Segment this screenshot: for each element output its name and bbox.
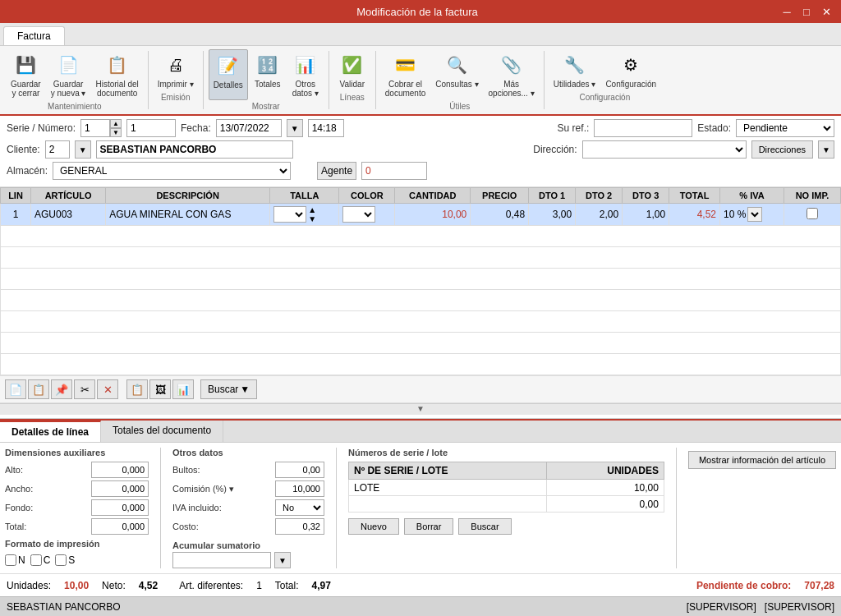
serie-input[interactable] <box>80 119 110 137</box>
numero-input[interactable] <box>126 119 176 137</box>
serie-up-btn[interactable]: ▲ <box>110 119 122 128</box>
mas-opciones-button[interactable]: 📎 Másopciones... ▾ <box>485 49 539 100</box>
format-c-check[interactable] <box>30 554 42 566</box>
cliente-dropdown-btn[interactable]: ▼ <box>75 140 91 159</box>
group-lineas-label: Líneas <box>340 93 365 102</box>
tab-factura[interactable]: Factura <box>3 26 65 45</box>
cobrar-label: Cobrar eldocumento <box>385 80 425 98</box>
cliente-name-input[interactable] <box>96 140 293 159</box>
row-costo: Costo: <box>172 518 324 535</box>
iva-dropdown[interactable] <box>747 207 762 222</box>
fecha-picker-btn[interactable]: ▼ <box>287 119 303 137</box>
imprimir-button[interactable]: 🖨 Imprimir ▾ <box>154 49 198 91</box>
color-dropdown[interactable] <box>342 206 375 223</box>
cell-articulo[interactable]: AGU003 <box>31 204 106 226</box>
serie-table-header: Nº DE SERIE / LOTE UNIDADES <box>349 462 664 480</box>
close-button[interactable]: ✕ <box>818 3 834 20</box>
validar-button[interactable]: ✅ Validar <box>334 49 370 91</box>
cell-descripcion[interactable]: AGUA MINERAL CON GAS <box>106 204 270 226</box>
costo-input[interactable] <box>275 518 324 535</box>
cell-noimp[interactable] <box>784 204 841 226</box>
buscar-btn[interactable]: Buscar ▼ <box>200 379 257 399</box>
noimp-checkbox[interactable] <box>807 208 818 219</box>
almacen-select[interactable]: GENERAL <box>53 162 291 180</box>
bultos-input[interactable] <box>275 462 324 478</box>
estado-select[interactable]: Pendiente <box>736 119 834 137</box>
historial-button[interactable]: 📋 Historial deldocumento <box>92 49 143 100</box>
tab-detalles-linea[interactable]: Detalles de línea <box>0 421 101 442</box>
accumulate-input[interactable] <box>172 552 271 568</box>
totales-button[interactable]: 🔢 Totales <box>250 49 286 100</box>
format-s-check[interactable] <box>55 554 67 566</box>
new-row-btn[interactable]: 📄 <box>5 379 26 399</box>
almacen-label: Almacén: <box>7 165 48 177</box>
form-area: Serie / Número: ▲ ▼ Fecha: ▼ Su ref.: Es… <box>0 116 841 187</box>
col-iva: % IVA <box>720 188 784 204</box>
alto-input[interactable] <box>91 462 149 478</box>
detalles-button[interactable]: 📝 Detalles <box>209 49 248 100</box>
paste-row-btn[interactable]: 📌 <box>51 379 72 399</box>
consultas-button[interactable]: 🔍 Consultas ▾ <box>431 49 482 100</box>
table-btn2[interactable]: 🖼 <box>149 379 171 399</box>
su-ref-input[interactable] <box>594 119 692 137</box>
cobrar-button[interactable]: 💳 Cobrar eldocumento <box>381 49 430 100</box>
iva-incluido-select[interactable]: No Sí <box>275 499 324 516</box>
cell-serie-1[interactable]: LOTE <box>349 480 547 496</box>
fondo-label: Fondo: <box>5 503 50 513</box>
cell-dto3[interactable]: 1,00 <box>623 204 669 226</box>
status-right: [SUPERVISOR] [SUPERVISOR] <box>687 601 834 613</box>
comision-input[interactable] <box>275 480 324 497</box>
delete-row-btn[interactable]: ✕ <box>97 379 118 399</box>
talla-dropdown[interactable] <box>273 206 306 223</box>
hora-input[interactable] <box>308 119 344 137</box>
cell-dto1[interactable]: 3,00 <box>529 204 576 226</box>
agente-btn[interactable]: Agente <box>317 162 356 180</box>
maximize-button[interactable]: □ <box>798 3 815 20</box>
configuracion-label: Configuración <box>605 80 656 89</box>
borrar-btn[interactable]: Borrar <box>404 518 454 535</box>
mostrar-info-btn[interactable]: Mostrar información del artículo <box>688 451 836 469</box>
otros-datos-button[interactable]: 📊 Otrosdatos ▾ <box>287 49 324 100</box>
table-btn3[interactable]: 📊 <box>172 379 194 399</box>
guardar-cerrar-button[interactable]: 💾 Guardary cerrar <box>7 49 45 100</box>
direccion-select[interactable] <box>582 140 747 159</box>
cell-dto2[interactable]: 2,00 <box>576 204 623 226</box>
total-footer-label: Total: <box>275 580 299 591</box>
collapse-row[interactable]: ▼ <box>0 403 841 415</box>
fondo-input[interactable] <box>91 499 149 516</box>
guardar-nueva-button[interactable]: 📄 Guardary nueva ▾ <box>47 49 90 100</box>
configuracion-button[interactable]: ⚙ Configuración <box>601 49 660 91</box>
status-bar: SEBASTIAN PANCORBO [SUPERVISOR] [SUPERVI… <box>0 596 841 616</box>
group-utiles-label: Útiles <box>449 102 470 111</box>
cliente-num-input[interactable] <box>45 140 70 159</box>
table-row[interactable]: 1 AGU003 AGUA MINERAL CON GAS ▲▼ <box>1 204 841 226</box>
direcciones-btn[interactable]: Direcciones <box>751 140 813 159</box>
mas-opciones-label: Másopciones... ▾ <box>489 80 535 98</box>
minimize-button[interactable]: ─ <box>779 3 795 20</box>
total-dim-input[interactable] <box>91 518 149 535</box>
otros-datos-icon: 📊 <box>292 52 319 78</box>
fecha-input[interactable] <box>216 119 282 137</box>
serie-down-btn[interactable]: ▼ <box>110 128 122 137</box>
cell-precio[interactable]: 0,48 <box>471 204 529 226</box>
col-dto2: DTO 2 <box>576 188 623 204</box>
copy-row-btn[interactable]: 📋 <box>28 379 49 399</box>
utilidades-button[interactable]: 🔧 Utilidades ▾ <box>549 49 600 91</box>
ancho-input[interactable] <box>91 480 149 497</box>
cell-cantidad[interactable]: 10,00 <box>395 204 471 226</box>
cell-iva[interactable]: 10 % <box>720 204 784 226</box>
section-serie-lote: Números de serie / lote Nº DE SERIE / LO… <box>348 448 664 568</box>
table-btn1[interactable]: 📋 <box>126 379 148 399</box>
accumulate-dropdown-btn[interactable]: ▼ <box>274 552 291 568</box>
validar-label: Validar <box>340 80 365 89</box>
cut-row-btn[interactable]: ✂ <box>74 379 95 399</box>
tab-totales-documento[interactable]: Totales del documento <box>101 421 223 442</box>
details-content: Dimensiones auxiliares Alto: Ancho: Fond… <box>0 443 841 573</box>
buscar-serie-btn[interactable]: Buscar <box>458 518 511 535</box>
cell-total[interactable]: 4,52 <box>669 204 720 226</box>
agente-input[interactable] <box>361 162 427 180</box>
format-n-check[interactable] <box>5 554 16 566</box>
direcciones-dropdown-btn[interactable]: ▼ <box>818 140 834 159</box>
save-new-icon: 📄 <box>55 52 81 78</box>
nuevo-btn[interactable]: Nuevo <box>348 518 399 535</box>
